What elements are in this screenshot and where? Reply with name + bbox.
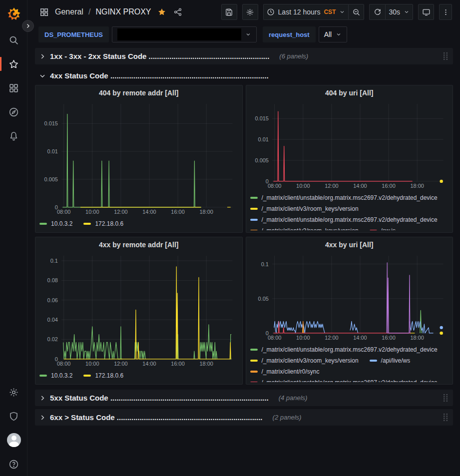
svg-text:10:00: 10:00	[296, 183, 310, 189]
search-icon	[8, 35, 19, 45]
share-dashboard-button[interactable]	[172, 6, 183, 17]
legend-label: 10.0.3.2	[51, 372, 72, 379]
legend-label: /_matrix/client/v3/room_keys/version	[262, 357, 359, 364]
svg-text:18:00: 18:00	[199, 209, 213, 215]
timeseries-plot[interactable]: 08:0010:0012:0014:0016:0018:0000.0050.01…	[39, 100, 237, 216]
legend-item[interactable]: /api/live/ws	[370, 355, 411, 366]
legend-item[interactable]: /_matrix/client/r0/sync	[250, 366, 320, 377]
legend-swatch	[39, 223, 47, 225]
legend-item[interactable]: /_matrix/client/v3/room_keys/version	[250, 225, 359, 230]
svg-text:10:00: 10:00	[85, 209, 99, 215]
svg-text:0.04: 0.04	[47, 317, 58, 323]
legend-item[interactable]: /_matrix/client/unstable/org.matrix.msc2…	[250, 344, 438, 355]
row-title: 1xx - 3xx - 2xx Status Code	[50, 52, 146, 60]
time-range-picker[interactable]: Last 12 hours CST	[263, 4, 349, 20]
panel-4xx-by-uri: 4xx by uri [All] 08:0010:0012:0014:0016:…	[246, 237, 454, 385]
kebab-menu-button[interactable]	[439, 4, 452, 20]
alerting-nav-button[interactable]	[0, 124, 27, 148]
kebab-menu-icon	[442, 8, 450, 16]
legend-item[interactable]: /_matrix/client/unstable/org.matrix.msc2…	[250, 214, 438, 225]
request-host-label: request_host	[263, 26, 316, 42]
panel-title[interactable]: 4xx by remote addr [All]	[35, 237, 242, 252]
legend-item[interactable]: /_matrix/client/unstable/org.matrix.msc2…	[250, 192, 438, 203]
panel-title[interactable]: 404 by remote addr [All]	[35, 85, 242, 100]
legend-item[interactable]: 10.0.3.2	[39, 218, 72, 229]
explore-nav-button[interactable]	[0, 100, 27, 124]
favorite-star-button[interactable]	[156, 6, 167, 17]
dashboards-nav-button[interactable]	[0, 76, 27, 100]
row-panel-count: (2 panels)	[273, 414, 302, 421]
panel-legend: 10.0.3.2172.18.0.6	[39, 368, 237, 382]
profile-nav-button[interactable]	[0, 428, 27, 452]
svg-text:18:00: 18:00	[199, 361, 213, 367]
svg-text:12:00: 12:00	[114, 209, 127, 215]
row-4xx-status-code[interactable]: 4xx Status Code ........................…	[35, 67, 453, 84]
legend-item[interactable]: /_matrix/client/unstable/org.matrix.msc2…	[250, 377, 438, 382]
legend-item[interactable]: 172.18.0.6	[83, 218, 123, 229]
chevron-right-icon	[39, 414, 46, 421]
legend-swatch	[39, 375, 47, 377]
help-nav-button[interactable]	[0, 452, 27, 476]
legend-swatch	[83, 375, 91, 377]
chevron-down-icon	[336, 31, 342, 37]
timezone-label: CST	[324, 8, 336, 15]
save-dashboard-button[interactable]	[221, 4, 237, 20]
legend-item[interactable]: /_matrix/client/v3/room_keys/version	[250, 355, 359, 366]
legend-swatch	[250, 371, 258, 373]
row-drag-handle[interactable]	[444, 394, 448, 402]
svg-text:0: 0	[265, 178, 268, 184]
time-range-label: Last 12 hours	[278, 8, 321, 16]
timeseries-plot[interactable]: 08:0010:0012:0014:0016:0018:0000.020.040…	[39, 252, 237, 368]
legend-swatch	[370, 360, 377, 362]
refresh-button[interactable]	[369, 4, 385, 20]
sidebar-spacer	[0, 148, 27, 380]
row-6xx-status-code[interactable]: 6xx > Status Code ......................…	[35, 409, 453, 426]
configuration-nav-button[interactable]	[0, 380, 27, 404]
apps-grid-icon	[38, 6, 50, 18]
row-drag-handle[interactable]	[444, 414, 448, 421]
row-drag-handle[interactable]	[444, 52, 448, 60]
legend-label: /_matrix/client/r0/sync	[262, 368, 320, 375]
refresh-controls: 30s	[369, 4, 413, 20]
legend-item[interactable]: 172.18.0.6	[83, 370, 123, 381]
ds-prometheus-label: DS_PROMETHEUS	[38, 26, 109, 42]
variable-ds-prometheus: DS_PROMETHEUS	[38, 26, 257, 42]
topnav-actions: Last 12 hours CST 30s	[221, 4, 452, 20]
dashboards-grid-icon	[8, 83, 19, 93]
server-admin-nav-button[interactable]	[0, 404, 27, 428]
svg-text:0.02: 0.02	[47, 336, 58, 342]
legend-item[interactable]: /sw.js	[370, 225, 396, 230]
chevron-down-icon	[339, 9, 345, 15]
row-5xx-status-code[interactable]: 5xx Status Code ........................…	[35, 390, 453, 406]
legend-item[interactable]: 10.0.3.2	[39, 370, 72, 381]
timeseries-plot[interactable]: 08:0010:0012:0014:0016:0018:0000.0050.01…	[250, 100, 448, 190]
starred-nav-button[interactable]	[0, 52, 27, 76]
ds-prometheus-select[interactable]	[112, 26, 257, 42]
legend-label: /_matrix/client/unstable/org.matrix.msc2…	[262, 194, 438, 201]
legend-item[interactable]: /_matrix/client/v3/room_keys/version	[250, 203, 359, 214]
legend-swatch	[250, 382, 258, 382]
chevron-right-icon	[39, 395, 46, 402]
chevron-right-icon	[39, 53, 46, 60]
dashboard-settings-button[interactable]	[242, 4, 258, 20]
svg-text:16:00: 16:00	[171, 209, 184, 215]
refresh-interval-picker[interactable]: 30s	[385, 4, 413, 20]
timeseries-plot[interactable]: 08:0010:0012:0014:0016:0018:0000.050.1	[250, 252, 448, 342]
sidebar-expand-button[interactable]	[22, 20, 34, 32]
tv-mode-button[interactable]	[418, 4, 434, 20]
legend-label: /_matrix/client/v3/room_keys/version	[262, 205, 359, 212]
panel-title[interactable]: 4xx by uri [All]	[246, 237, 453, 252]
legend-label: /_matrix/client/unstable/org.matrix.msc2…	[262, 216, 438, 223]
chevron-down-icon	[245, 31, 251, 37]
breadcrumb-folder[interactable]: General	[55, 7, 83, 16]
panel-title[interactable]: 404 by uri [All]	[246, 85, 453, 100]
chevron-down-icon	[39, 72, 46, 79]
row-1xx-3xx-2xx[interactable]: 1xx - 3xx - 2xx Status Code ............…	[35, 48, 453, 64]
search-nav-button[interactable]	[0, 28, 27, 52]
zoom-out-time-button[interactable]	[348, 4, 364, 20]
compass-icon	[8, 107, 19, 117]
user-avatar	[7, 433, 21, 447]
svg-text:0: 0	[55, 204, 58, 210]
request-host-select[interactable]: All	[319, 26, 348, 42]
legend-label: /_matrix/client/unstable/org.matrix.msc2…	[262, 346, 438, 353]
